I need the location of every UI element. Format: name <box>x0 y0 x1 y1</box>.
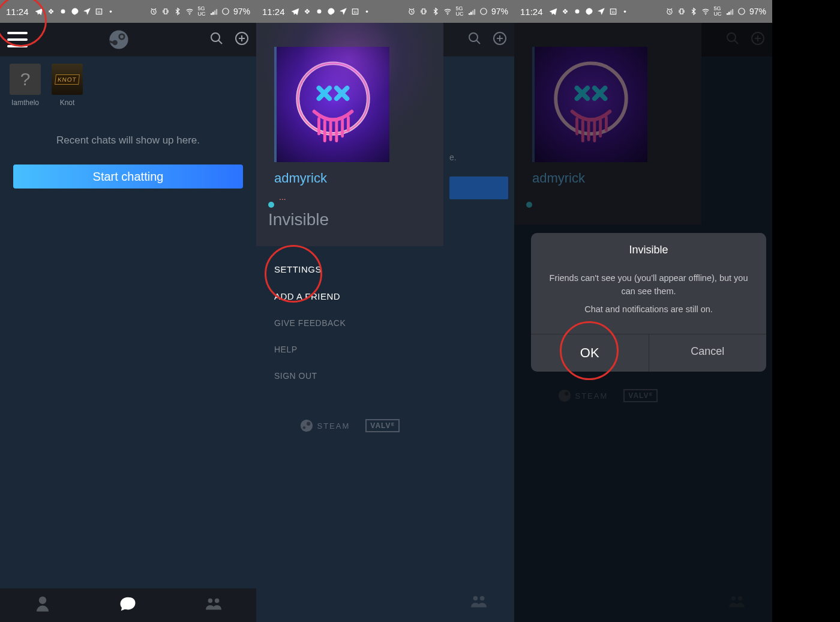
signal-icon <box>467 7 476 16</box>
screenshot-panel-2: 11:24 31 • 5GUC 97% <box>256 0 514 622</box>
dialog-title: Invisible <box>531 233 766 264</box>
location-icon <box>597 7 605 16</box>
dialog-button-row: OK Cancel <box>531 334 766 372</box>
hamburger-menu-button[interactable] <box>7 32 28 47</box>
nav-groups-tab[interactable] <box>205 595 223 615</box>
group-icon <box>205 595 223 613</box>
friend-avatar-item[interactable]: ? Iamthelo <box>8 64 42 107</box>
neon-smiley-icon <box>277 47 389 160</box>
svg-point-13 <box>317 10 321 13</box>
status-clock: 11:24 <box>6 7 29 17</box>
svg-point-0 <box>61 10 65 13</box>
plus-circle-icon <box>493 31 507 46</box>
add-button[interactable] <box>235 31 249 48</box>
vibrate-icon <box>677 7 686 16</box>
screenshot-panel-3: 11:24 31 • 5GUC 97% <box>514 0 772 622</box>
bluetooth-icon <box>431 7 440 16</box>
svg-point-20 <box>469 33 478 41</box>
status-clock: 11:24 <box>520 7 543 17</box>
status-selector[interactable]: ··· <box>268 202 443 208</box>
dialog-ok-button[interactable]: OK <box>531 334 649 372</box>
svg-point-32 <box>705 14 706 15</box>
alarm-icon <box>149 7 158 16</box>
menu-help[interactable]: HELP <box>256 336 443 363</box>
steam-brand-text: STEAM <box>317 421 350 430</box>
vibrate-icon <box>161 7 170 16</box>
chat-bubble-icon <box>119 595 137 613</box>
svg-point-6 <box>223 8 229 15</box>
calendar-badge-icon: 31 <box>351 7 359 16</box>
user-avatar[interactable] <box>274 47 389 162</box>
svg-text:31: 31 <box>97 10 101 14</box>
user-display-name: admyrick <box>274 171 443 186</box>
status-clock: 11:24 <box>262 7 285 17</box>
search-button[interactable] <box>209 31 224 48</box>
bottom-nav-bar <box>0 588 256 622</box>
friend-name-label: Iamthelo <box>8 98 42 107</box>
svg-point-19 <box>481 8 487 15</box>
android-status-bar: 11:24 31 • 5GUC 97% <box>0 0 256 23</box>
battery-ring-icon <box>221 7 230 16</box>
svg-point-36 <box>556 63 626 134</box>
nav-profile-tab[interactable] <box>34 595 52 615</box>
telegram-icon <box>35 7 43 16</box>
status-label[interactable]: Invisible <box>268 210 443 229</box>
svg-rect-31 <box>680 9 683 14</box>
messenger-icon <box>585 7 593 16</box>
person-icon <box>34 595 52 613</box>
location-icon <box>339 7 347 16</box>
app-header <box>0 23 256 56</box>
add-button[interactable] <box>493 31 507 48</box>
user-avatar <box>532 47 647 162</box>
location-icon <box>83 7 91 16</box>
slack-icon <box>303 7 311 16</box>
slack-icon <box>561 7 569 16</box>
app-icon <box>59 7 67 16</box>
plus-circle-icon <box>235 31 249 46</box>
svg-point-7 <box>109 30 128 49</box>
main-content-behind-drawer: e. <box>443 23 514 622</box>
android-status-bar: 11:24 31 • 5GUC 97% <box>514 0 772 23</box>
alarm-icon <box>407 7 416 16</box>
slack-icon <box>47 7 55 16</box>
menu-sign-out[interactable]: SIGN OUT <box>256 363 443 389</box>
valve-brand-text: VALVᴱ <box>623 389 657 402</box>
invisible-status-dialog: Invisible Friends can't see you (you'll … <box>531 233 766 372</box>
svg-point-33 <box>739 8 745 15</box>
drawer-brand-row: STEAM VALVᴱ <box>514 389 701 402</box>
dialog-cancel-button[interactable]: Cancel <box>649 334 767 372</box>
dialog-text-line: Chat and notifications are still on. <box>544 303 753 316</box>
svg-point-11 <box>211 33 220 41</box>
svg-point-26 <box>303 426 306 429</box>
nav-groups-tab <box>728 594 746 611</box>
svg-point-18 <box>447 14 448 15</box>
menu-settings[interactable]: SETTINGS <box>256 256 443 283</box>
nav-chat-tab[interactable] <box>119 595 137 615</box>
svg-text:31: 31 <box>611 10 615 14</box>
user-display-name: admyrick <box>532 171 701 186</box>
friend-avatar-knot: KNOT <box>52 64 83 95</box>
svg-rect-17 <box>422 9 425 14</box>
svg-point-9 <box>120 35 124 38</box>
svg-point-5 <box>189 14 190 15</box>
friend-name-label: Knot <box>50 98 84 107</box>
nav-groups-tab[interactable] <box>470 594 488 611</box>
more-notifications-dot: • <box>107 7 115 16</box>
menu-add-friend[interactable]: ADD A FRIEND <box>256 283 443 310</box>
svg-rect-4 <box>164 9 167 14</box>
telegram-icon <box>549 7 557 16</box>
app-icon <box>315 7 323 16</box>
plus-circle-icon <box>751 31 765 46</box>
search-icon <box>209 31 224 46</box>
friend-avatar-item[interactable]: KNOT Knot <box>50 64 84 107</box>
bluetooth-icon <box>173 7 182 16</box>
wifi-icon <box>701 7 710 16</box>
recent-chats-hint: Recent chats will show up here. <box>0 134 256 146</box>
svg-text:31: 31 <box>353 10 357 14</box>
data-icon: 5GUC <box>713 7 722 16</box>
start-chatting-button[interactable]: Start chatting <box>13 165 243 189</box>
start-chatting-button-partial[interactable] <box>449 177 508 199</box>
group-icon <box>728 594 746 609</box>
menu-give-feedback[interactable]: GIVE FEEDBACK <box>256 310 443 336</box>
search-button[interactable] <box>467 31 482 48</box>
